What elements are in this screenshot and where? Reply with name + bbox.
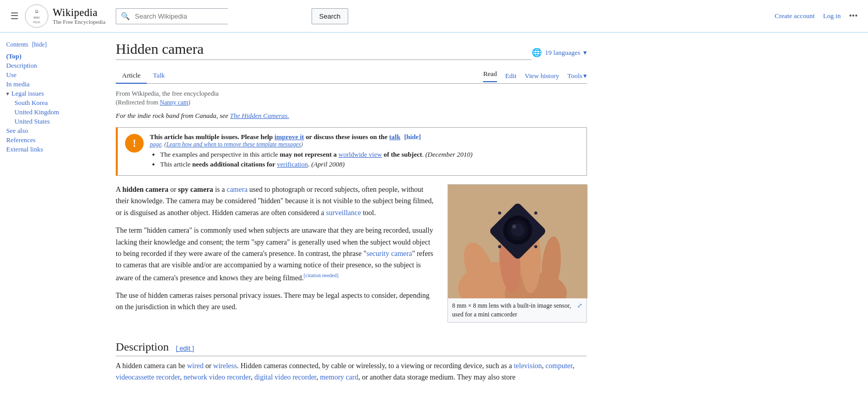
notice-page-link[interactable]: page <box>150 141 161 147</box>
logo-title: Wikipedia <box>53 6 105 19</box>
image-caption-text: 8 mm × 8 mm lens with a built-in image s… <box>452 302 571 318</box>
toc-link-legal-issues[interactable]: Legal issues <box>11 90 44 98</box>
hatnote: For the indie rock band from Canada, see… <box>116 112 587 120</box>
toc-link-united-kingdom[interactable]: United Kingdom <box>14 109 59 116</box>
sidebar: Contents [hide] (Top) Description Use In… <box>0 33 103 398</box>
tab-article[interactable]: Article <box>116 68 147 84</box>
toc-link-south-korea[interactable]: South Korea <box>14 99 48 107</box>
logo-text: Wikipedia The Free Encyclopedia <box>53 6 105 25</box>
notice-worldwide-link[interactable]: worldwide view <box>338 150 382 158</box>
notice-title-rest: Please help <box>241 133 274 141</box>
notice-issue-1: The examples and perspective in this art… <box>160 150 579 159</box>
nvr-link[interactable]: network video recorder <box>183 373 251 381</box>
logo-link[interactable]: Ω WIKI PEDIA Wikipedia The Free Encyclop… <box>25 4 105 28</box>
surveillance-link[interactable]: surveillance <box>326 209 361 217</box>
expand-image-icon[interactable]: ⤢ <box>577 301 582 310</box>
notice-learn-text: page. (Learn how and when to remove thes… <box>150 141 579 147</box>
language-count: 19 languages <box>545 49 580 57</box>
warning-icon: ! <box>125 134 144 153</box>
security-camera-link[interactable]: security camera <box>366 250 412 257</box>
more-options-icon[interactable]: ••• <box>849 11 858 21</box>
tab-read[interactable]: Read <box>483 70 497 82</box>
toc-item-united-kingdom: United Kingdom <box>6 109 97 116</box>
toc-item-see-also: See also <box>6 127 97 135</box>
search-icon: 🔍 <box>121 12 130 21</box>
wikipedia-logo: Ω WIKI PEDIA <box>25 4 49 28</box>
toc-link-use[interactable]: Use <box>6 71 17 79</box>
notice-talk-link[interactable]: talk <box>389 133 400 141</box>
memory-card-link[interactable]: memory card <box>320 373 358 381</box>
toc-link-references[interactable]: References <box>6 137 36 144</box>
toc-collapse-legal[interactable]: ▾ <box>6 90 9 97</box>
notice-title: This article has multiple issues. Please… <box>150 133 579 141</box>
toc-item-references: References <box>6 137 97 144</box>
computer-link[interactable]: computer <box>546 362 572 370</box>
toc-link-top[interactable]: (Top) <box>6 53 21 60</box>
header: ☰ Ω WIKI PEDIA Wikipedia The Free Encycl… <box>0 0 868 33</box>
tools-dropdown[interactable]: Tools ▾ <box>567 72 587 80</box>
toc-link-united-states[interactable]: United States <box>14 118 50 125</box>
svg-text:PEDIA: PEDIA <box>33 21 41 24</box>
from-wikipedia-text: From Wikipedia, the free encyclopedia <box>116 90 587 98</box>
notice-verification-link[interactable]: verification <box>277 160 308 168</box>
description-heading-text: Description <box>116 340 169 353</box>
notice-learn-link[interactable]: Learn how and when to remove these templ… <box>166 141 301 147</box>
article-body: ⤢ 8 mm × 8 mm lens with a built-in image… <box>116 184 587 331</box>
tab-view-history[interactable]: View history <box>525 72 560 80</box>
tab-talk[interactable]: Talk <box>147 68 171 84</box>
layout: Contents [hide] (Top) Description Use In… <box>0 33 868 398</box>
search-form: 🔍 Search <box>116 8 348 24</box>
tabs-right: Read Edit View history Tools ▾ <box>483 70 587 82</box>
tools-chevron-icon: ▾ <box>583 72 587 80</box>
chevron-down-icon: ▾ <box>583 49 587 57</box>
notice-issue-2: This article needs additional citations … <box>160 160 579 169</box>
article-image: ⤢ 8 mm × 8 mm lens with a built-in image… <box>447 184 587 323</box>
notice-hide-toggle[interactable]: [hide] <box>404 133 421 141</box>
lang-bar: Hidden camera 🌐 19 languages ▾ <box>116 41 587 64</box>
search-input[interactable] <box>116 8 228 24</box>
image-caption: ⤢ 8 mm × 8 mm lens with a built-in image… <box>448 298 586 322</box>
create-account-link[interactable]: Create account <box>774 12 815 20</box>
dvr-link[interactable]: digital video recorder <box>254 373 316 381</box>
logo-subtitle: The Free Encyclopedia <box>53 19 105 25</box>
page-title: Hidden camera <box>116 41 532 60</box>
toc-link-description[interactable]: Description <box>6 62 37 69</box>
notice-improve-link[interactable]: improve it <box>274 133 304 141</box>
menu-icon[interactable]: ☰ <box>10 10 19 22</box>
svg-point-17 <box>534 211 537 215</box>
svg-point-19 <box>534 245 537 248</box>
citation-needed[interactable]: [citation needed] <box>304 272 338 278</box>
redirected-link[interactable]: Nanny cam <box>160 99 188 106</box>
hatnote-link[interactable]: The Hidden Cameras. <box>230 112 289 119</box>
toc-link-in-media[interactable]: In media <box>6 81 29 88</box>
wired-link[interactable]: wired <box>187 362 204 370</box>
toc-item-in-media: In media <box>6 81 97 88</box>
notice-issues-list: The examples and perspective in this art… <box>150 150 579 169</box>
search-button[interactable]: Search <box>312 8 348 24</box>
wireless-link[interactable]: wireless <box>213 362 237 370</box>
camera-illustration <box>448 185 587 298</box>
toc-item-external-links: External links <box>6 146 97 154</box>
toc-hide-button[interactable]: [hide] <box>32 41 47 48</box>
vcr-link[interactable]: videocassette recorder <box>116 373 180 381</box>
camera-link[interactable]: camera <box>227 186 247 193</box>
camera-image <box>448 185 587 298</box>
svg-point-18 <box>498 245 501 248</box>
toc-link-see-also[interactable]: See also <box>6 127 28 134</box>
tools-label: Tools <box>567 72 582 80</box>
login-link[interactable]: Log in <box>823 12 841 20</box>
description-heading: Description [ edit ] <box>116 340 587 356</box>
tab-edit[interactable]: Edit <box>505 72 517 80</box>
television-link[interactable]: television <box>514 362 541 370</box>
toc-title: Contents [hide] <box>6 41 97 49</box>
tabs-bar: Article Talk Read Edit View history Tool… <box>116 68 587 84</box>
notice-title-bold: This article has multiple issues. <box>150 133 239 141</box>
main-content: Hidden camera 🌐 19 languages ▾ Article T… <box>103 33 599 398</box>
toc-item-united-states: United States <box>6 118 97 126</box>
toc-item-use: Use <box>6 71 97 79</box>
language-selector[interactable]: 🌐 19 languages ▾ <box>532 48 587 57</box>
header-right: Create account Log in ••• <box>774 11 858 21</box>
toc-link-external-links[interactable]: External links <box>6 146 43 153</box>
description-paragraph: A hidden camera can be wired or wireless… <box>116 360 587 384</box>
description-edit-link[interactable]: [ edit ] <box>176 344 194 352</box>
